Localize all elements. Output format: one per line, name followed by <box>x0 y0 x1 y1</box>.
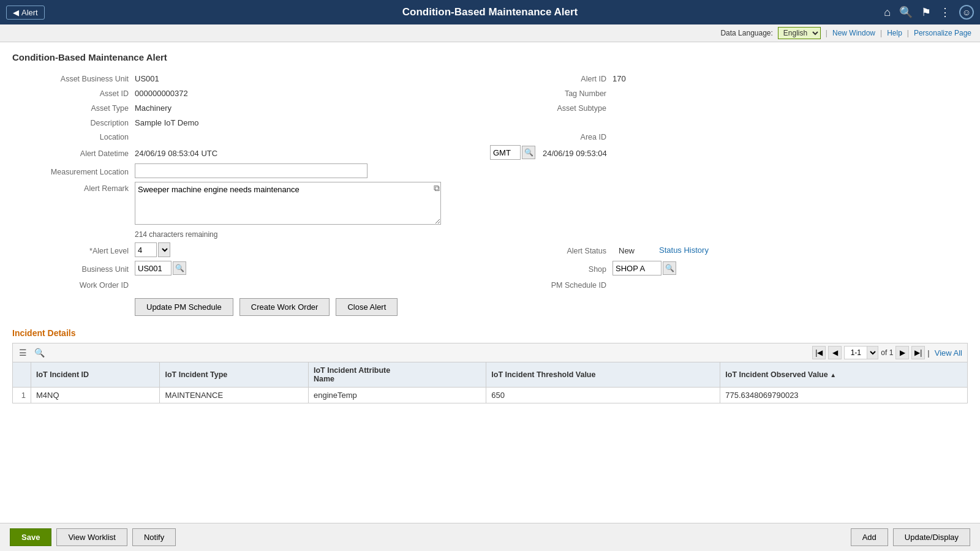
last-page-button[interactable]: ▶| <box>911 346 925 359</box>
incident-section: Incident Details ☰ 🔍 |◀ ◀ ▼ of 1 ▶ ▶| | … <box>12 328 968 403</box>
shop-input[interactable] <box>612 261 662 276</box>
asset-type-value: Machinery <box>135 102 172 113</box>
view-all-link[interactable]: View All <box>935 348 962 358</box>
language-select[interactable]: English <box>778 27 821 39</box>
cell-observed-value: 775.6348069790023 <box>720 388 968 403</box>
col-header-attribute-name: IoT Incident AttributeName <box>309 362 486 388</box>
form-row-measurement-location: Measurement Location <box>12 163 968 178</box>
table-row: 1 M4NQ MAINTENANCE engineTemp 650 775.63… <box>13 388 968 403</box>
table-search-icon[interactable]: 🔍 <box>33 347 46 359</box>
new-window-link[interactable]: New Window <box>832 29 875 37</box>
shop-search-button[interactable]: 🔍 <box>663 261 676 275</box>
asset-subtype-label: Asset Subtype <box>490 102 612 113</box>
area-id-label: Area ID <box>490 131 612 141</box>
business-unit-input[interactable] <box>135 261 172 276</box>
form-section: Asset Business Unit US001 Alert ID 170 A… <box>12 72 968 290</box>
back-button[interactable]: ◀ Alert <box>6 6 45 20</box>
update-pm-schedule-button[interactable]: Update PM Schedule <box>135 298 233 316</box>
col-header-incident-type: IoT Incident Type <box>160 362 309 388</box>
table-toolbar: ☰ 🔍 |◀ ◀ ▼ of 1 ▶ ▶| | View All <box>12 343 968 362</box>
alert-status-label: Alert Status <box>490 245 612 255</box>
page-heading: Condition-Based Maintenance Alert <box>12 52 968 62</box>
page-of-label: of 1 <box>881 348 893 357</box>
page-display: ▼ <box>844 346 878 359</box>
timezone-search-button[interactable]: 🔍 <box>522 146 535 159</box>
first-page-button[interactable]: |◀ <box>812 346 826 359</box>
form-row-asset-type: Asset Type Machinery Asset Subtype <box>12 102 968 113</box>
alert-id-value: 170 <box>612 72 626 83</box>
expand-icon[interactable]: ⧉ <box>434 183 440 193</box>
form-row-alert-remark: Alert Remark Sweeper machine engine need… <box>12 182 968 227</box>
form-row-asset-business-alert: Asset Business Unit US001 Alert ID 170 <box>12 72 968 83</box>
form-row-alert-datetime: Alert Datetime 24/06/19 08:53:04 UTC 🔍 2… <box>12 145 968 160</box>
page-number-input[interactable] <box>845 347 867 359</box>
measurement-location-input[interactable] <box>135 163 368 178</box>
top-navigation: ◀ Alert Condition-Based Maintenance Aler… <box>0 0 980 24</box>
asset-business-unit-label: Asset Business Unit <box>12 73 135 83</box>
incident-title: Incident Details <box>12 328 968 338</box>
alert-id-label: Alert ID <box>490 73 612 83</box>
business-unit-label: Business Unit <box>12 263 135 274</box>
work-order-id-label: Work Order ID <box>12 279 135 290</box>
create-work-order-button[interactable]: Create Work Order <box>239 298 330 316</box>
alert-datetime-converted: 24/06/19 09:53:04 <box>543 147 607 158</box>
form-row-description: Description Sample IoT Demo <box>12 116 968 127</box>
cell-threshold-value: 650 <box>486 388 720 403</box>
incident-table: IoT Incident ID IoT Incident Type IoT In… <box>12 362 968 403</box>
page-dropdown[interactable]: ▼ <box>867 347 878 359</box>
alert-datetime-label: Alert Datetime <box>12 148 135 158</box>
business-unit-search-button[interactable]: 🔍 <box>173 261 186 275</box>
prev-page-button[interactable]: ◀ <box>828 346 842 359</box>
timezone-input[interactable] <box>490 145 521 160</box>
col-header-observed-value: IoT Incident Observed Value ▲ <box>720 362 968 388</box>
asset-type-label: Asset Type <box>12 102 135 113</box>
col-header-row-num <box>13 362 31 388</box>
status-history-link[interactable]: Status History <box>659 246 709 255</box>
alert-status-value: New <box>619 244 635 255</box>
user-icon[interactable]: ☺ <box>959 5 974 20</box>
close-alert-button[interactable]: Close Alert <box>336 298 398 316</box>
nav-icons: ⌂ 🔍 ⚑ ⋮ ☺ <box>884 5 974 20</box>
back-label: Alert <box>21 8 38 17</box>
asset-id-value: 000000000372 <box>135 87 188 98</box>
form-row-work-pm: Work Order ID PM Schedule ID <box>12 279 968 290</box>
pm-schedule-id-label: PM Schedule ID <box>490 279 612 290</box>
description-label: Description <box>12 117 135 127</box>
measurement-location-label: Measurement Location <box>12 166 135 176</box>
main-content: Condition-Based Maintenance Alert Asset … <box>0 42 980 413</box>
alert-level-dropdown[interactable]: ▼ <box>158 242 170 257</box>
form-row-business-shop: Business Unit 🔍 Shop 🔍 <box>12 261 968 276</box>
bookmark-icon[interactable]: ⚑ <box>921 6 931 19</box>
page-title: Condition-Based Maintenance Alert <box>402 6 578 18</box>
chars-remaining: 214 characters remaining <box>135 230 968 239</box>
cell-row-num: 1 <box>13 388 31 403</box>
personalize-link[interactable]: Personalize Page <box>914 29 971 37</box>
sub-header: Data Language: English | New Window | He… <box>0 24 980 42</box>
col-header-threshold-value: IoT Incident Threshold Value <box>486 362 720 388</box>
pagination-controls: |◀ ◀ ▼ of 1 ▶ ▶| | View All <box>812 346 962 359</box>
cell-incident-type: MAINTENANCE <box>160 388 309 403</box>
description-value: Sample IoT Demo <box>135 116 199 127</box>
search-icon[interactable]: 🔍 <box>899 6 913 19</box>
data-language-label: Data Language: <box>720 29 772 37</box>
form-row-asset-tag: Asset ID 000000000372 Tag Number <box>12 87 968 98</box>
asset-id-label: Asset ID <box>12 88 135 98</box>
alert-remark-textarea[interactable]: Sweeper machine engine needs maintenance <box>135 182 441 225</box>
alert-remark-label: Alert Remark <box>12 182 135 193</box>
table-settings-icon[interactable]: ☰ <box>18 347 28 359</box>
alert-level-input[interactable] <box>135 242 157 257</box>
shop-label: Shop <box>490 263 612 274</box>
action-buttons: Update PM Schedule Create Work Order Clo… <box>135 298 968 316</box>
alert-remark-wrapper: Sweeper machine engine needs maintenance… <box>135 182 441 227</box>
alert-level-label: *Alert Level <box>12 245 135 255</box>
home-icon[interactable]: ⌂ <box>884 6 891 19</box>
alert-datetime-value: 24/06/19 08:53:04 UTC <box>135 147 217 158</box>
table-header-row: IoT Incident ID IoT Incident Type IoT In… <box>13 362 968 388</box>
col-header-incident-id: IoT Incident ID <box>31 362 160 388</box>
form-row-alert-level: *Alert Level ▼ Alert Status New Status H… <box>12 242 968 257</box>
help-link[interactable]: Help <box>887 29 902 37</box>
cell-incident-id: M4NQ <box>31 388 160 403</box>
sort-icon[interactable]: ▲ <box>830 372 836 378</box>
next-page-button[interactable]: ▶ <box>895 346 909 359</box>
more-options-icon[interactable]: ⋮ <box>940 6 951 19</box>
